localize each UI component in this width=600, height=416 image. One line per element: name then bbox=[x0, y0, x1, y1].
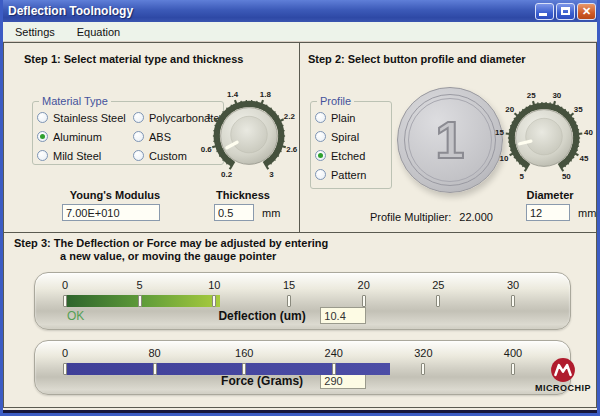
deflection-bar[interactable] bbox=[65, 295, 513, 307]
deflection-input[interactable] bbox=[320, 307, 366, 324]
microchip-logo: MICROCHIP bbox=[533, 357, 593, 393]
gauge-tick-marker[interactable] bbox=[212, 295, 216, 307]
title-bar[interactable]: Deflection Toolnology ✕ bbox=[0, 0, 600, 22]
window-title: Deflection Toolnology bbox=[8, 4, 535, 18]
gauge-tick-label: 5 bbox=[137, 279, 143, 291]
gauge-tick-label: 30 bbox=[507, 279, 519, 291]
step1-panel: Step 1: Select material type and thickne… bbox=[4, 43, 300, 232]
gauge-tick-label: 320 bbox=[414, 347, 432, 359]
profile-multiplier-value: 22.000 bbox=[459, 211, 493, 223]
profile-radio-grid: PlainSpiralEtchedPattern bbox=[315, 108, 387, 184]
radio-icon[interactable] bbox=[133, 150, 144, 161]
radio-pattern[interactable]: Pattern bbox=[315, 165, 387, 184]
radio-label: Plain bbox=[331, 112, 355, 124]
gauge-tick-label: 80 bbox=[148, 347, 160, 359]
material-type-group: Material Type Stainless SteelPolycarbona… bbox=[32, 95, 224, 165]
thickness-label: Thickness bbox=[207, 189, 279, 201]
deflection-label: Deflection (um) bbox=[218, 309, 305, 323]
gauge-tick-label: 20 bbox=[358, 279, 370, 291]
radio-selected-icon[interactable] bbox=[37, 131, 48, 142]
gauge-tick-label: 25 bbox=[432, 279, 444, 291]
gauge-tick-marker[interactable] bbox=[362, 295, 366, 307]
microchip-m-icon bbox=[550, 357, 576, 383]
menu-equation[interactable]: Equation bbox=[68, 24, 129, 40]
gauge-tick-marker[interactable] bbox=[63, 295, 67, 307]
svg-text:0.2: 0.2 bbox=[221, 170, 233, 179]
radio-label: Aluminum bbox=[53, 131, 102, 143]
radio-icon[interactable] bbox=[315, 169, 326, 180]
gauge-tick-marker[interactable] bbox=[332, 363, 336, 375]
gauge-tick-marker[interactable] bbox=[511, 363, 515, 375]
radio-label: ABS bbox=[149, 131, 171, 143]
svg-text:35: 35 bbox=[574, 105, 583, 114]
gauge-tick-label: 240 bbox=[325, 347, 343, 359]
gauge-tick-marker[interactable] bbox=[287, 295, 291, 307]
svg-text:1.4: 1.4 bbox=[227, 90, 239, 99]
radio-aluminum[interactable]: Aluminum bbox=[37, 127, 133, 146]
radio-label: Stainless Steel bbox=[53, 112, 126, 124]
svg-text:1.8: 1.8 bbox=[260, 90, 272, 99]
gauge-tick-marker[interactable] bbox=[242, 363, 246, 375]
thickness-input[interactable] bbox=[214, 204, 254, 221]
radio-icon[interactable] bbox=[37, 112, 48, 123]
force-label: Force (Grams) bbox=[221, 374, 303, 388]
gauge-tick-label: 160 bbox=[235, 347, 253, 359]
radio-icon[interactable] bbox=[133, 131, 144, 142]
step2-panel: Step 2: Select button profile and diamet… bbox=[300, 43, 596, 232]
radio-etched[interactable]: Etched bbox=[315, 146, 387, 165]
close-button[interactable]: ✕ bbox=[577, 3, 596, 20]
gauge-tick-marker[interactable] bbox=[138, 295, 142, 307]
maximize-icon bbox=[561, 7, 570, 15]
svg-text:40: 40 bbox=[584, 128, 593, 137]
youngs-modulus-input[interactable] bbox=[62, 204, 160, 221]
svg-text:0.6: 0.6 bbox=[201, 145, 213, 154]
minimize-button[interactable] bbox=[535, 3, 554, 20]
radio-stainless-steel[interactable]: Stainless Steel bbox=[37, 108, 133, 127]
radio-plain[interactable]: Plain bbox=[315, 108, 387, 127]
deflection-status: OK bbox=[67, 309, 84, 323]
radio-selected-icon[interactable] bbox=[315, 150, 326, 161]
close-icon: ✕ bbox=[582, 6, 591, 17]
microchip-wordmark: MICROCHIP bbox=[533, 383, 593, 393]
gauge-tick-marker[interactable] bbox=[153, 363, 157, 375]
radio-icon[interactable] bbox=[133, 112, 144, 123]
gauge-tick-marker[interactable] bbox=[63, 363, 67, 375]
radio-label: Pattern bbox=[331, 169, 366, 181]
radio-mild-steel[interactable]: Mild Steel bbox=[37, 146, 133, 165]
radio-icon[interactable] bbox=[315, 112, 326, 123]
maximize-button[interactable] bbox=[556, 3, 575, 20]
thickness-unit: mm bbox=[262, 207, 280, 219]
svg-text:3: 3 bbox=[269, 170, 274, 179]
diameter-input[interactable] bbox=[526, 204, 570, 221]
button-preview: 1 bbox=[397, 87, 503, 193]
step1-title: Step 1: Select material type and thickne… bbox=[24, 53, 243, 65]
svg-text:15: 15 bbox=[495, 128, 504, 137]
gauge-tick-label: 0 bbox=[62, 347, 68, 359]
gauge-tick-label: 10 bbox=[208, 279, 220, 291]
radio-icon[interactable] bbox=[315, 131, 326, 142]
gauge-tick-marker[interactable] bbox=[511, 295, 515, 307]
gauge-tick-label: 400 bbox=[504, 347, 522, 359]
gauge-tick-label: 15 bbox=[283, 279, 295, 291]
radio-icon[interactable] bbox=[37, 150, 48, 161]
diameter-knob[interactable]: 5101520253035404550 bbox=[493, 87, 595, 189]
gauge-tick-label: 0 bbox=[62, 279, 68, 291]
svg-text:25: 25 bbox=[527, 91, 536, 100]
svg-text:2.2: 2.2 bbox=[284, 112, 296, 121]
profile-multiplier-label: Profile Multiplier: bbox=[370, 211, 451, 223]
gauge-tick-marker[interactable] bbox=[436, 295, 440, 307]
profile-group: Profile PlainSpiralEtchedPattern bbox=[310, 95, 392, 189]
svg-text:1: 1 bbox=[206, 112, 211, 121]
force-gauge[interactable]: 080160240320400 Force (Grams) bbox=[34, 340, 571, 395]
radio-label: Etched bbox=[331, 150, 365, 162]
step2-title: Step 2: Select button profile and diamet… bbox=[308, 53, 526, 65]
deflection-bar-fill bbox=[65, 295, 220, 307]
gauge-tick-marker[interactable] bbox=[421, 363, 425, 375]
thickness-knob[interactable]: 0.20.611.41.82.22.63 bbox=[198, 85, 300, 187]
radio-spiral[interactable]: Spiral bbox=[315, 127, 387, 146]
menu-settings[interactable]: Settings bbox=[6, 24, 64, 40]
diameter-unit: mm bbox=[578, 207, 596, 219]
svg-text:2.6: 2.6 bbox=[286, 145, 298, 154]
deflection-gauge[interactable]: 051015202530 OK Deflection (um) bbox=[34, 272, 571, 330]
svg-text:45: 45 bbox=[580, 154, 589, 163]
